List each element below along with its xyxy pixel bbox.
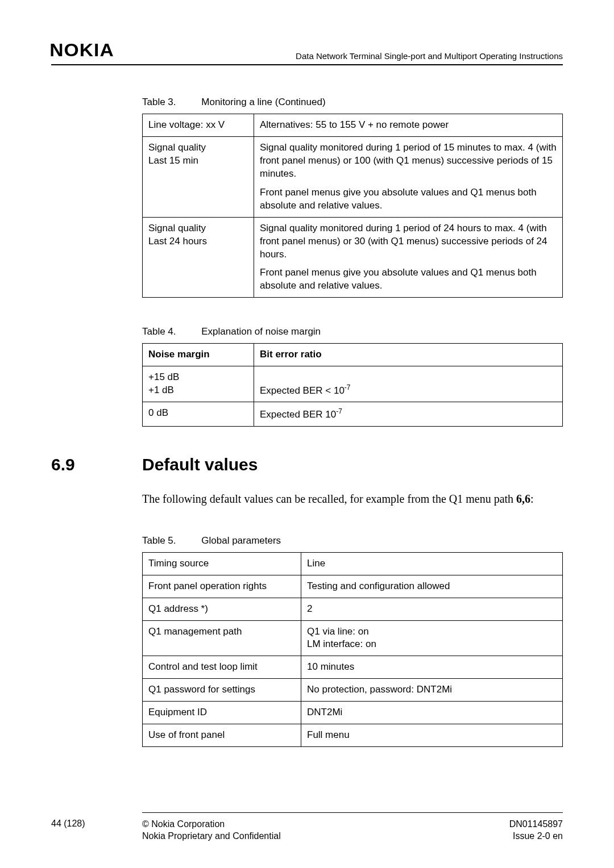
cell: Signal quality monitored during 1 period…: [254, 217, 563, 298]
cell: Line voltage: xx V: [143, 114, 254, 137]
table-row: Q1 management path Q1 via line: on LM in…: [143, 620, 563, 656]
table-row: Equipment ID DNT2Mi: [143, 702, 563, 724]
table4: Noise margin Bit error ratio +15 dB +1 d…: [142, 343, 563, 426]
body-paragraph: The following default values can be reca…: [142, 491, 563, 507]
cell: Full menu: [301, 724, 563, 747]
cell: Expected BER < 10-7: [254, 366, 563, 402]
table-row: Use of front panel Full menu: [143, 724, 563, 747]
table3-number: Table 3.: [142, 97, 176, 108]
page-footer: 44 (128) © Nokia Corporation Nokia Propr…: [51, 812, 563, 842]
content-area: Table 3. Monitoring a line (Continued) L…: [142, 65, 563, 747]
cell: Testing and configuration allowed: [301, 575, 563, 598]
table4-caption: Table 4. Explanation of noise margin: [142, 326, 563, 337]
para-text: The following default values can be reca…: [142, 493, 516, 505]
cell: 0 dB: [143, 402, 254, 427]
cell-text: Expected BER 10: [260, 409, 336, 420]
cell: Signal quality Last 15 min: [143, 136, 254, 217]
table3-title: Monitoring a line (Continued): [201, 97, 325, 107]
copyright: © Nokia Corporation: [142, 819, 509, 831]
doc-number: DN01145897: [509, 819, 563, 831]
document-title: Data Network Terminal Single-port and Mu…: [296, 51, 563, 61]
cell: Q1 management path: [143, 620, 301, 656]
cell: DNT2Mi: [301, 702, 563, 724]
cell-para: Front panel menus give you absolute valu…: [260, 266, 557, 293]
table5: Timing source Line Front panel operation…: [142, 552, 563, 747]
cell: Q1 via line: on LM interface: on: [301, 620, 563, 656]
cell: Use of front panel: [143, 724, 301, 747]
table4-number: Table 4.: [142, 326, 176, 337]
cell-para: Signal quality monitored during 1 period…: [260, 222, 557, 261]
table-row: Signal quality Last 15 min Signal qualit…: [143, 136, 563, 217]
cell: Alternatives: 55 to 155 V + no remote po…: [254, 114, 563, 137]
superscript: -7: [345, 383, 351, 391]
table-row: Q1 address *) 2: [143, 598, 563, 620]
table-row: Q1 password for settings No protection, …: [143, 679, 563, 702]
cell: Signal quality Last 24 hours: [143, 217, 254, 298]
cell: Control and test loop limit: [143, 656, 301, 679]
nokia-logo: NOKIA: [49, 40, 114, 61]
table3-caption: Table 3. Monitoring a line (Continued): [142, 97, 563, 108]
cell: Expected BER 10-7: [254, 402, 563, 427]
table5-caption: Table 5. Global parameters: [142, 535, 563, 546]
cell: Signal quality monitored during 1 period…: [254, 136, 563, 217]
cell: Front panel operation rights: [143, 575, 301, 598]
table-row: Line voltage: xx V Alternatives: 55 to 1…: [143, 114, 563, 137]
cell-line: Signal quality: [148, 141, 248, 155]
cell-line: Q1 via line: on: [307, 625, 557, 639]
section-number: 6.9: [51, 455, 142, 474]
table-row: Timing source Line: [143, 552, 563, 575]
cell: No protection, password: DNT2Mi: [301, 679, 563, 702]
table4-title: Explanation of noise margin: [201, 326, 321, 337]
table-header-row: Noise margin Bit error ratio: [143, 344, 563, 366]
cell-line: +1 dB: [148, 384, 248, 397]
table-row: Front panel operation rights Testing and…: [143, 575, 563, 598]
cell-para: Front panel menus give you absolute valu…: [260, 186, 557, 212]
table-row: 0 dB Expected BER 10-7: [143, 402, 563, 427]
cell: +15 dB +1 dB: [143, 366, 254, 402]
cell: Equipment ID: [143, 702, 301, 724]
footer-rule: [142, 812, 563, 813]
table5-title: Global parameters: [201, 535, 281, 546]
cell: Timing source: [143, 552, 301, 575]
page-number: 44 (128): [51, 819, 142, 842]
superscript: -7: [336, 407, 342, 415]
section-heading: 6.9 Default values: [142, 455, 563, 474]
table-row: +15 dB +1 dB Expected BER < 10-7: [143, 366, 563, 402]
table-row: Control and test loop limit 10 minutes: [143, 656, 563, 679]
para-bold: 6,6: [516, 493, 530, 505]
footer-row: 44 (128) © Nokia Corporation Nokia Propr…: [51, 819, 563, 842]
cell-line: LM interface: on: [307, 638, 557, 651]
column-header: Bit error ratio: [254, 344, 563, 366]
cell-line: Signal quality: [148, 222, 248, 235]
cell-line: +15 dB: [148, 371, 248, 384]
page: NOKIA Data Network Terminal Single-port …: [0, 0, 614, 868]
cell: Line: [301, 552, 563, 575]
issue-number: Issue 2-0 en: [509, 831, 563, 842]
cell: 2: [301, 598, 563, 620]
cell-line: Last 15 min: [148, 155, 248, 168]
section-title: Default values: [142, 455, 258, 474]
cell: Q1 password for settings: [143, 679, 301, 702]
page-header: NOKIA Data Network Terminal Single-port …: [51, 40, 563, 65]
table5-number: Table 5.: [142, 535, 176, 546]
footer-center: © Nokia Corporation Nokia Proprietary an…: [142, 819, 509, 842]
cell: 10 minutes: [301, 656, 563, 679]
confidentiality: Nokia Proprietary and Confidential: [142, 831, 509, 842]
cell-para: Signal quality monitored during 1 period…: [260, 141, 557, 181]
cell-line: Last 24 hours: [148, 235, 248, 248]
table3: Line voltage: xx V Alternatives: 55 to 1…: [142, 114, 563, 298]
cell: Q1 address *): [143, 598, 301, 620]
column-header: Noise margin: [143, 344, 254, 366]
footer-right: DN01145897 Issue 2-0 en: [509, 819, 563, 842]
para-text: :: [530, 493, 534, 505]
table-row: Signal quality Last 24 hours Signal qual…: [143, 217, 563, 298]
cell-text: Expected BER < 10: [260, 385, 345, 395]
